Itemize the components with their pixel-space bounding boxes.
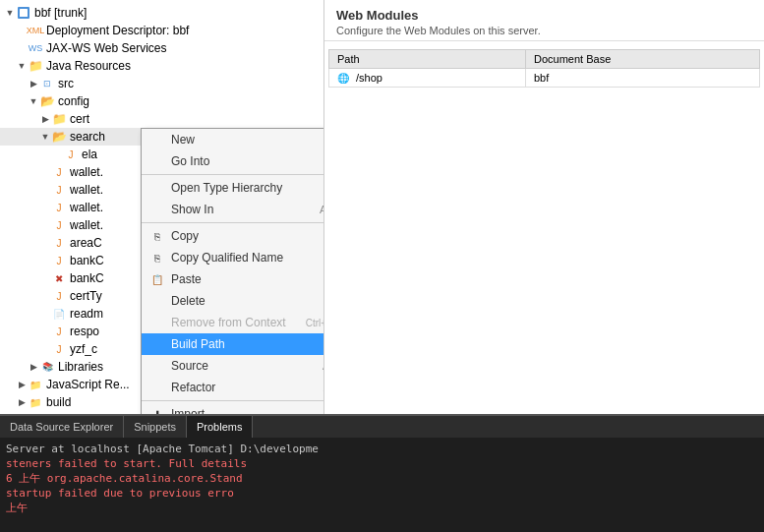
copy-icon: ⎘ <box>149 228 165 244</box>
refactor-icon <box>149 380 165 395</box>
tree-item-label: src <box>58 77 74 90</box>
expand-arrow: ▶ <box>16 396 28 408</box>
tab-problems[interactable]: Problems <box>187 416 253 438</box>
tree-item-jaxws[interactable]: ▶ WS JAX-WS Web Services <box>0 39 323 57</box>
file-icon: J <box>51 324 67 339</box>
web-modules-title: Web Modules <box>336 8 752 23</box>
tree-item-label: yzf_c <box>70 342 97 356</box>
bottom-tabs: Data Source Explorer Snippets Problems <box>0 416 764 438</box>
menu-item-label: New <box>171 133 324 147</box>
open-type-icon <box>149 180 165 196</box>
menu-item-refactor[interactable]: Refactor Alt+Shift+T ▶ <box>142 377 324 398</box>
project-icon <box>16 5 31 21</box>
expand-arrow: ▼ <box>4 7 16 19</box>
tree-item-label: readm <box>70 307 103 321</box>
file-icon: 📄 <box>51 306 67 322</box>
tree-item-label: bbf [trunk] <box>34 6 87 20</box>
table-header-docbase: Document Base <box>526 50 760 69</box>
menu-separator <box>142 222 324 223</box>
menu-item-build-path[interactable]: Build Path ▶ <box>142 333 324 355</box>
menu-item-label: Remove from Context <box>171 316 286 329</box>
web-modules-subtitle: Configure the Web Modules on this server… <box>336 25 752 36</box>
menu-item-label: Go Into <box>171 154 324 168</box>
tab-data-source[interactable]: Data Source Explorer <box>0 416 124 438</box>
menu-item-paste[interactable]: 📋 Paste Ctrl+V <box>142 268 324 290</box>
tree-item-label: doc <box>46 413 65 414</box>
menu-item-copy-qualified[interactable]: ⎘ Copy Qualified Name <box>142 247 324 268</box>
tree-item-src[interactable]: ▶ ⊡ src <box>0 75 323 92</box>
delete-icon <box>149 293 165 309</box>
remove-context-icon <box>149 315 165 330</box>
menu-item-copy[interactable]: ⎘ Copy Ctrl+C <box>142 225 324 247</box>
context-menu: New ▶ Go Into Open Type Hierarchy F4 Sho… <box>141 128 324 414</box>
tab-snippets[interactable]: Snippets <box>124 416 187 438</box>
file-error-icon: ✖ <box>51 270 67 286</box>
table-row: 🌐 /shop bbf <box>329 69 760 88</box>
log-line: steners failed to start. Full details <box>6 456 758 471</box>
tree-item-label: cert <box>70 112 89 126</box>
tree-item-label: search <box>70 130 105 144</box>
shortcut-label: Alt+Shift+T <box>323 382 324 393</box>
show-in-icon <box>149 202 165 217</box>
menu-item-delete[interactable]: Delete Delete <box>142 290 324 312</box>
folder-icon: 📁 <box>28 394 43 410</box>
menu-item-label: Delete <box>171 294 324 308</box>
log-line: 6 上午 org.apache.catalina.core.Stand <box>6 471 758 486</box>
menu-item-import[interactable]: ⬇ Import... <box>142 403 324 414</box>
tree-item-label: wallet. <box>70 165 103 179</box>
import-icon: ⬇ <box>149 406 165 414</box>
log-line: startup failed due to previous erro <box>6 486 758 501</box>
menu-item-label: Copy <box>171 229 324 243</box>
file-icon: J <box>51 253 67 268</box>
tree-item-label: Libraries <box>58 360 103 374</box>
folder-icon: 📁 <box>28 377 43 392</box>
file-icon: J <box>51 288 67 304</box>
tree-item-label: wallet. <box>70 201 103 214</box>
web-modules-table: Path Document Base 🌐 /shop bbf <box>328 49 760 88</box>
bottom-content: Server at localhost [Apache Tomcat] D:\d… <box>0 438 764 532</box>
tree-item-cert[interactable]: ▶ 📁 cert <box>0 110 323 128</box>
folder-icon: 📂 <box>51 129 67 145</box>
web-modules-table-area: Path Document Base 🌐 /shop bbf <box>324 41 764 91</box>
menu-item-label: Copy Qualified Name <box>171 251 324 265</box>
menu-item-label: Source <box>171 359 303 373</box>
file-icon: J <box>51 200 67 215</box>
build-path-icon <box>149 336 165 352</box>
new-icon <box>149 132 165 148</box>
menu-item-label: Build Path <box>171 337 324 351</box>
tree-item-label: certTy <box>70 289 102 303</box>
menu-item-new[interactable]: New ▶ <box>142 129 324 150</box>
menu-item-source[interactable]: Source Alt+Shift+S ▶ <box>142 355 324 377</box>
table-cell-path: 🌐 /shop <box>329 69 526 88</box>
menu-item-remove-context[interactable]: Remove from Context Ctrl+Alt+Shift+Down <box>142 312 324 333</box>
file-icon: J <box>51 182 67 198</box>
folder-icon: 📁 <box>28 58 43 74</box>
tree-item-label: bankC <box>70 271 104 285</box>
web-modules-header: Web Modules Configure the Web Modules on… <box>324 0 764 41</box>
tree-item-label: JavaScript Re... <box>46 378 130 391</box>
expand-arrow: ▶ <box>16 379 28 390</box>
copy-qualified-icon: ⎘ <box>149 250 165 266</box>
menu-item-open-type[interactable]: Open Type Hierarchy F4 <box>142 177 324 199</box>
tree-item-label: ela <box>82 148 97 161</box>
menu-item-go-into[interactable]: Go Into <box>142 150 324 172</box>
shortcut-label: Ctrl+Alt+Shift+Down <box>306 318 324 328</box>
folder-icon: 📁 <box>28 412 43 414</box>
tree-item-deployment[interactable]: ▶ XML Deployment Descriptor: bbf <box>0 22 323 39</box>
menu-item-label: Open Type Hierarchy <box>171 181 324 195</box>
tree-item-bbf[interactable]: ▼ bbf [trunk] <box>0 4 323 22</box>
source-folder-icon: ⊡ <box>39 76 55 91</box>
menu-item-show-in[interactable]: Show In Alt+Shift+W ▶ <box>142 199 324 220</box>
tree-item-java-resources[interactable]: ▼ 📁 Java Resources <box>0 57 323 75</box>
tree-item-config[interactable]: ▼ 📂 config <box>0 92 323 110</box>
shortcut-label: Alt+Shift+W <box>320 204 324 215</box>
expand-arrow: ▶ <box>28 78 39 89</box>
file-icon: J <box>63 147 79 162</box>
tree-item-label: bankC <box>70 254 104 267</box>
tree-item-label: respo <box>70 325 99 338</box>
tree-item-label: Deployment Descriptor: bbf <box>46 24 189 37</box>
menu-item-label: Show In <box>171 203 300 216</box>
menu-item-label: Refactor <box>171 381 304 394</box>
menu-separator <box>142 174 324 175</box>
folder-icon: 📁 <box>51 111 67 127</box>
